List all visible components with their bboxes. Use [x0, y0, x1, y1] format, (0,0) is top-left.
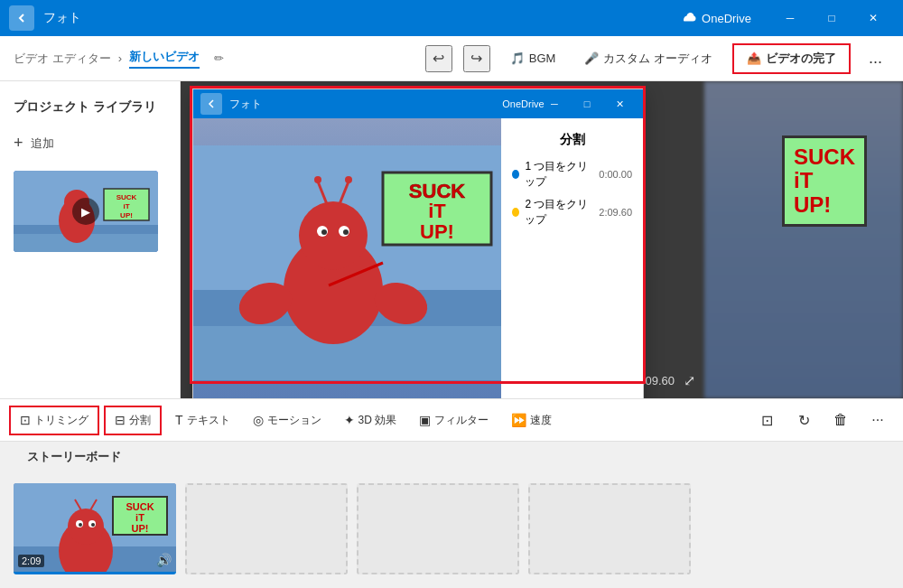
breadcrumb-current[interactable]: 新しいビデオ	[129, 49, 200, 69]
close-button[interactable]: ✕	[852, 0, 894, 36]
delete-button[interactable]: 🗑	[824, 404, 857, 436]
filter-button[interactable]: ▣ フィルター	[410, 407, 498, 434]
text-icon: T	[175, 413, 183, 427]
storyboard-empty-1[interactable]	[185, 483, 348, 574]
preview-time-area: 2:09.60 ⤢	[636, 372, 695, 389]
text-button[interactable]: T テキスト	[166, 407, 239, 434]
filter-icon: ▣	[419, 413, 431, 427]
storyboard-item-1[interactable]: SUCK iT UP! 2:09 🔊	[14, 483, 176, 574]
dialog-minimize[interactable]: ─	[538, 89, 571, 118]
svg-point-37	[91, 523, 95, 527]
effects-button[interactable]: ✦ 3D 効果	[335, 407, 406, 434]
crop-button[interactable]: ⊡	[750, 404, 783, 436]
story-audio-icon: 🔊	[156, 553, 172, 567]
plus-icon: +	[14, 134, 23, 153]
breadcrumb: ビデオ エディター › 新しいビデオ ✏	[14, 49, 224, 69]
storyboard-title: ストーリーボード	[14, 441, 135, 463]
custom-audio-button[interactable]: 🎤 カスタム オーディオ	[575, 45, 721, 72]
bottom-toolbar: ⊡ トリミング ⊟ 分割 T テキスト ◎ モーション ✦ 3D 効果 ▣ フィ…	[0, 398, 903, 442]
svg-text:iT: iT	[428, 200, 446, 222]
svg-text:SUCK: SUCK	[126, 501, 154, 512]
fullscreen-button[interactable]: ⤢	[684, 372, 695, 389]
minimize-button[interactable]: ─	[769, 0, 811, 36]
storyboard-empty-2[interactable]	[357, 483, 519, 574]
clip2-dot	[512, 208, 519, 217]
dialog-maximize[interactable]: □	[571, 89, 603, 118]
dialog-video-svg: SUCK iT UP!	[193, 118, 501, 398]
clip2-option: 2 つ目をクリップ 2:09.60	[512, 197, 632, 228]
speed-icon: ⏩	[511, 413, 526, 427]
custom-audio-label: カスタム オーディオ	[603, 51, 712, 67]
library-thumbnail: SUCK iT UP! ▶	[14, 171, 158, 252]
dialog-back-button[interactable]	[200, 93, 222, 115]
dialog-close[interactable]: ✕	[603, 89, 636, 118]
undo-button[interactable]: ↩	[425, 45, 452, 72]
svg-point-19	[321, 229, 327, 235]
svg-point-14	[299, 201, 368, 270]
library-item[interactable]: SUCK iT UP! ▶	[14, 171, 166, 252]
split-icon: ⊟	[115, 413, 126, 427]
storyboard-items: SUCK iT UP! 2:09 🔊	[0, 470, 903, 588]
onedrive-indicator: OneDrive	[682, 11, 751, 25]
motion-icon: ◎	[253, 413, 264, 427]
svg-text:UP!: UP!	[120, 211, 133, 219]
filter-label: フィルター	[434, 413, 489, 428]
svg-point-20	[343, 229, 349, 235]
rotate-button[interactable]: ↻	[787, 404, 820, 436]
edit-icon[interactable]: ✏	[214, 51, 224, 65]
dialog-title: フォト	[229, 97, 262, 112]
speed-label: 速度	[530, 413, 552, 428]
motion-button[interactable]: ◎ モーション	[244, 407, 330, 434]
svg-text:UP!: UP!	[420, 220, 454, 243]
bottom-area: ⊡ トリミング ⊟ 分割 T テキスト ◎ モーション ✦ 3D 効果 ▣ フィ…	[0, 398, 903, 588]
trim-label: トリミング	[34, 413, 88, 428]
maximize-button[interactable]: □	[811, 0, 852, 36]
storyboard-header: ストーリーボード	[0, 442, 903, 470]
toolbar-actions: ↩ ↪ 🎵 BGM 🎤 カスタム オーディオ 📤 ビデオの完了 ...	[425, 43, 889, 74]
svg-point-24	[345, 176, 352, 183]
clip2-time: 2:09.60	[599, 207, 632, 218]
effects-icon: ✦	[344, 413, 355, 427]
redo-button[interactable]: ↪	[463, 45, 490, 72]
split-dialog[interactable]: フォト OneDrive ─ □ ✕	[192, 89, 644, 398]
main-toolbar: ビデオ エディター › 新しいビデオ ✏ ↩ ↪ 🎵 BGM 🎤 カスタム オー…	[0, 36, 903, 81]
clip1-dot	[512, 170, 519, 179]
svg-text:iT: iT	[135, 512, 144, 523]
bgm-button[interactable]: 🎵 BGM	[501, 46, 565, 70]
svg-point-36	[79, 523, 82, 527]
app-title: フォト	[43, 10, 682, 26]
text-label: テキスト	[187, 413, 230, 428]
right-sign-text: SUCKiTUP!	[794, 145, 855, 217]
story-duration: 2:09	[18, 555, 44, 567]
title-bar: フォト OneDrive ─ □ ✕	[0, 0, 903, 36]
more-options-button[interactable]: ···	[861, 404, 894, 436]
custom-audio-icon: 🎤	[584, 51, 599, 65]
more-button[interactable]: ...	[861, 43, 889, 73]
trim-icon: ⊡	[20, 413, 31, 427]
back-button[interactable]	[9, 5, 34, 31]
speed-button[interactable]: ⏩ 速度	[502, 407, 561, 434]
split-button[interactable]: ⊟ 分割	[104, 406, 162, 435]
clip2-label: 2 つ目をクリップ	[525, 197, 593, 228]
dialog-controls-panel: 分割 1 つ目をクリップ 0:00.00 2 つ目をクリップ 2:09.60	[501, 118, 643, 398]
breadcrumb-parent[interactable]: ビデオ エディター	[14, 51, 111, 67]
add-label: 追加	[31, 135, 54, 152]
finish-video-button[interactable]: 📤 ビデオの完了	[732, 43, 851, 74]
sidebar: プロジェクト ライブラリ + 追加	[0, 81, 181, 398]
trim-button[interactable]: ⊡ トリミング	[9, 406, 99, 435]
effects-label: 3D 効果	[358, 413, 397, 428]
svg-point-33	[68, 509, 104, 545]
finish-icon: 📤	[747, 51, 761, 65]
split-label: 分割	[129, 413, 151, 428]
onedrive-label: OneDrive	[702, 12, 751, 25]
add-media-button[interactable]: + 追加	[14, 129, 166, 157]
thumbnail-image: SUCK iT UP! ▶	[14, 171, 158, 252]
svg-text:SUCK: SUCK	[116, 193, 137, 201]
play-icon[interactable]: ▶	[72, 198, 99, 225]
motion-label: モーション	[267, 413, 321, 428]
dialog-onedrive: OneDrive	[506, 89, 538, 118]
storyboard-empty-3[interactable]	[528, 483, 691, 574]
dialog-win-controls: OneDrive ─ □ ✕	[506, 89, 636, 118]
window-controls: ─ □ ✕	[769, 0, 894, 36]
dialog-content: SUCK iT UP! 分割 1 つ目をクリップ 0:	[193, 118, 643, 398]
